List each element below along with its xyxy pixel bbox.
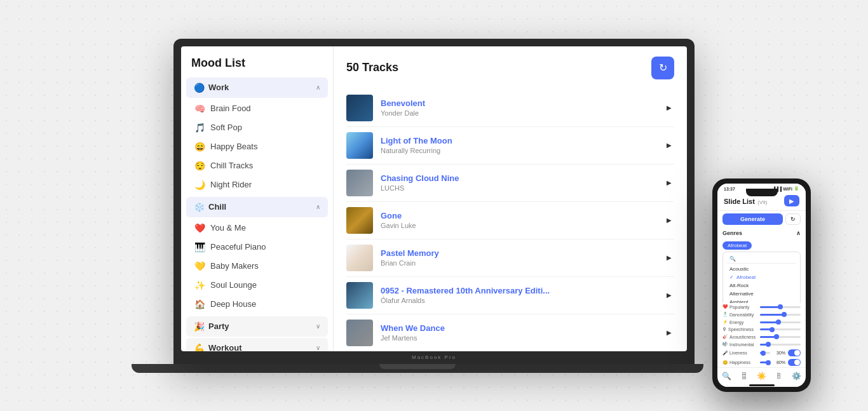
night-rider-label: Night Rider <box>210 180 252 189</box>
genre-option-altrock[interactable]: Alt-Rock <box>727 281 796 290</box>
nav-equalizer-icon[interactable]: 🎚 <box>771 370 787 382</box>
track-item-7[interactable]: When We Dance Jef Martens ▶ <box>346 314 674 351</box>
generate-button[interactable]: Generate <box>722 213 783 225</box>
generate-icon-button[interactable]: ↻ <box>785 213 801 225</box>
mood-group-party-header[interactable]: 🎉 Party ∨ <box>186 316 328 337</box>
chill-items: ❤️ You & Me 🎹 Peaceful Piano 💛 Baby Make <box>181 217 333 315</box>
play-button-7[interactable]: ▶ <box>664 327 674 339</box>
track-item-2[interactable]: Light of The Moon Naturally Recurring ▶ <box>346 127 674 165</box>
track-item-4[interactable]: Gone Gavin Luke ▶ <box>346 202 674 239</box>
mood-list-panel: Mood List 🔵 Work ∧ <box>181 46 334 351</box>
mood-item-night-rider[interactable]: 🌙 Night Rider <box>181 175 333 194</box>
track-thumb-3 <box>346 170 373 196</box>
liveness-toggle[interactable] <box>788 349 801 356</box>
track-thumb-6 <box>346 282 373 309</box>
laptop-base <box>132 364 703 373</box>
phone-home-indicator <box>717 384 806 387</box>
track-item-3[interactable]: Chasing Cloud Nine LUCHS ▶ <box>346 165 674 202</box>
mood-group-party: 🎉 Party ∨ <box>181 316 333 337</box>
mood-group-chill-header[interactable]: ❄️ Chill ∧ <box>186 197 328 217</box>
track-item-6[interactable]: 0952 - Remastered 10th Anniversary Editi… <box>346 277 674 314</box>
happy-beats-label: Happy Beats <box>210 142 257 151</box>
phone-genres-section: Genres ∧ Afrobeat 🔍 Acoustic ✓ Afrobeat … <box>717 227 806 303</box>
mood-item-happy-beats[interactable]: 😄 Happy Beats <box>181 137 333 156</box>
mood-item-peaceful-piano[interactable]: 🎹 Peaceful Piano <box>181 238 333 257</box>
refresh-button[interactable]: ↻ <box>651 57 674 79</box>
nav-settings-icon[interactable]: ⚙️ <box>788 370 805 382</box>
mood-group-work-label: 🔵 Work <box>194 83 229 93</box>
play-button-3[interactable]: ▶ <box>664 177 674 189</box>
slider-energy: ⚡Energy <box>717 318 806 326</box>
you-me-label: You & Me <box>210 223 246 232</box>
genre-option-alternative[interactable]: Alternative <box>727 290 796 298</box>
deep-house-icon: 🏠 <box>194 299 205 309</box>
phone-generate-bar: Generate ↻ <box>717 211 806 227</box>
track-name-6: 0952 - Remastered 10th Anniversary Editi… <box>381 286 656 295</box>
play-button-6[interactable]: ▶ <box>664 289 674 301</box>
mood-group-work-header[interactable]: 🔵 Work ∧ <box>186 77 328 98</box>
brain-food-label: Brain Food <box>210 104 251 113</box>
mood-item-soul-lounge[interactable]: ✨ Soul Lounge <box>181 276 333 295</box>
track-item-5[interactable]: Pastel Memory Brian Crain ▶ <box>346 239 674 277</box>
you-me-icon: ❤️ <box>194 223 205 233</box>
track-info-7: When We Dance Jef Martens <box>381 323 656 342</box>
track-name-1: Benevolent <box>381 98 656 108</box>
track-thumb-4 <box>346 207 373 234</box>
track-info-4: Gone Gavin Luke <box>381 211 656 229</box>
genre-option-acoustic[interactable]: Acoustic <box>727 265 796 273</box>
mood-item-baby-makers[interactable]: 💛 Baby Makers <box>181 257 333 276</box>
slider-liveness: 🎤Liveness 30% <box>717 348 806 358</box>
track-info-2: Light of The Moon Naturally Recurring <box>381 136 656 154</box>
genre-search[interactable]: 🔍 <box>727 255 796 264</box>
nav-search-icon[interactable]: 🔍 <box>718 370 735 382</box>
track-artist-4: Gavin Luke <box>381 222 656 229</box>
laptop-brand-label: MacBook Pro <box>412 354 456 360</box>
phone-app-title: Slide List <box>724 198 755 205</box>
track-name-7: When We Dance <box>381 323 656 333</box>
nav-filter-icon[interactable]: 🎛 <box>736 370 752 382</box>
mood-group-chill-label: ❄️ Chill <box>194 202 226 212</box>
page-wrapper: 13:37 ▐▐▐ WiFi 🔋 Slide List (V9) ▶ <box>0 0 868 411</box>
mood-item-chill-tracks[interactable]: 😌 Chill Tracks <box>181 156 333 175</box>
mood-item-deep-house[interactable]: 🏠 Deep House <box>181 295 333 314</box>
happiness-toggle[interactable] <box>788 359 801 366</box>
track-info-1: Benevolent Yonder Dale <box>381 98 656 117</box>
nav-sun-icon[interactable]: ☀️ <box>753 370 770 382</box>
genre-option-ambient[interactable]: Ambient <box>727 298 796 303</box>
track-artist-5: Brian Crain <box>381 259 656 267</box>
phone-next-button[interactable]: ▶ <box>784 195 799 206</box>
track-name-5: Pastel Memory <box>381 248 656 258</box>
peaceful-piano-icon: 🎹 <box>194 242 205 252</box>
chill-tracks-label: Chill Tracks <box>210 161 253 170</box>
chill-tracks-icon: 😌 <box>194 161 205 171</box>
phone-version: (V9) <box>757 199 767 205</box>
work-group-text: Work <box>208 83 229 92</box>
night-rider-icon: 🌙 <box>194 180 205 190</box>
track-item-1[interactable]: Benevolent Yonder Dale ▶ <box>346 90 674 127</box>
afrobeat-tag[interactable]: Afrobeat <box>722 241 752 250</box>
mood-group-party-label: 🎉 Party <box>194 321 229 332</box>
peaceful-piano-label: Peaceful Piano <box>210 242 266 252</box>
play-button-1[interactable]: ▶ <box>664 102 674 114</box>
baby-makers-label: Baby Makers <box>210 261 259 271</box>
search-small-icon: 🔍 <box>729 256 736 262</box>
mood-item-you-me[interactable]: ❤️ You & Me <box>181 219 333 238</box>
genre-option-afrobeat[interactable]: ✓ Afrobeat <box>727 273 796 281</box>
slider-instrumentalness: 🎼Instrumental <box>717 340 806 348</box>
mood-item-brain-food[interactable]: 🧠 Brain Food <box>181 99 333 118</box>
play-button-4[interactable]: ▶ <box>664 214 674 226</box>
phone-device: 13:37 ▐▐▐ WiFi 🔋 Slide List (V9) ▶ <box>712 179 811 392</box>
track-name-4: Gone <box>381 211 656 220</box>
play-button-5[interactable]: ▶ <box>664 252 674 264</box>
work-group-icon: 🔵 <box>194 83 205 93</box>
mood-item-soft-pop[interactable]: 🎵 Soft Pop <box>181 118 333 137</box>
mood-group-workout-header[interactable]: 💪 Workout ∨ <box>186 338 328 351</box>
phone-bottom-nav: 🔍 🎛 ☀️ 🎚 ⚙️ <box>717 367 806 384</box>
track-thumb-5 <box>346 245 373 271</box>
party-group-icon: 🎉 <box>194 321 205 332</box>
play-button-2[interactable]: ▶ <box>664 139 674 151</box>
workout-chevron-icon: ∨ <box>316 344 320 351</box>
chill-group-icon: ❄️ <box>194 202 205 212</box>
slider-happiness: 😊Happiness 80% <box>717 358 806 367</box>
brain-food-icon: 🧠 <box>194 104 205 114</box>
